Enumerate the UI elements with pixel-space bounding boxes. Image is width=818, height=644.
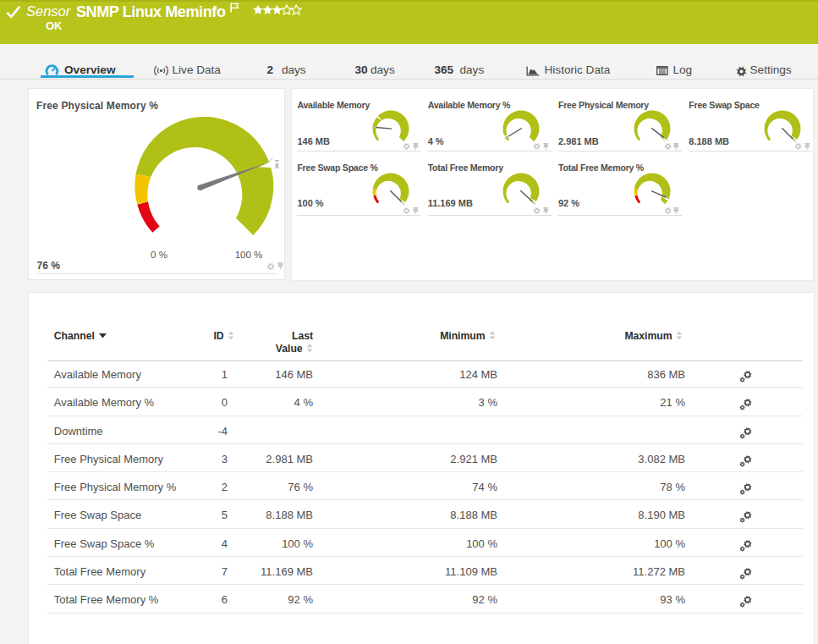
svg-text:x: x <box>275 161 279 170</box>
